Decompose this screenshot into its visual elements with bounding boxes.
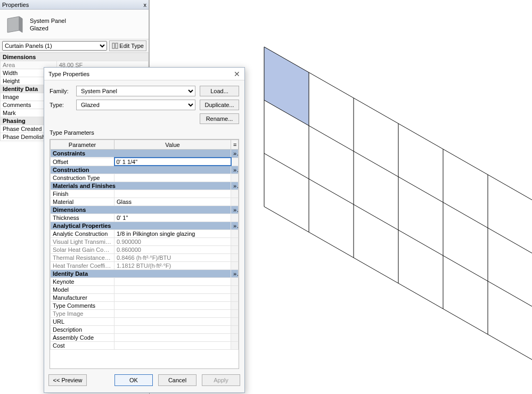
param-keynote: Keynote [51, 278, 114, 286]
properties-titlebar[interactable]: Properties x [0, 0, 149, 10]
close-icon[interactable]: x [144, 2, 147, 8]
assoc-box[interactable] [231, 262, 239, 270]
assoc-box[interactable] [231, 190, 239, 198]
value-thermal-resistance-r-: 0.8466 (h·ft²·°F)/BTU [114, 254, 231, 262]
assoc-box[interactable] [231, 286, 239, 294]
svg-marker-1 [19, 17, 22, 32]
svg-marker-0 [7, 17, 19, 32]
param-finish: Finish [51, 190, 114, 198]
value-solar-heat-gain-coefficient: 0.860000 [114, 246, 231, 254]
load-button[interactable]: Load... [200, 86, 239, 96]
value-assembly-code[interactable] [114, 334, 231, 342]
family-label: Family: [50, 88, 72, 94]
value-description[interactable] [114, 326, 231, 334]
edit-type-icon [112, 43, 118, 49]
type-parameters-grid[interactable]: Parameter Value = Constraints»Offset0' 1… [50, 139, 239, 369]
assoc-box[interactable] [231, 334, 239, 342]
assoc-box[interactable] [231, 230, 239, 238]
thumb-title: System Panel [30, 18, 66, 24]
instance-selector[interactable]: Curtain Panels (1) [2, 41, 107, 51]
group-construction[interactable]: Construction [51, 166, 231, 174]
value-keynote[interactable] [114, 278, 231, 286]
group-analytical-properties[interactable]: Analytical Properties [51, 222, 231, 230]
col-equals[interactable]: = [231, 140, 239, 150]
param-assembly-code: Assembly Code [51, 334, 114, 342]
param-thermal-resistance-r-: Thermal Resistance (R) [51, 254, 114, 262]
type-properties-dialog: Type Properties ✕ Family: System Panel L… [44, 67, 245, 393]
selected-panel[interactable] [264, 47, 309, 126]
value-type-comments[interactable] [114, 302, 231, 310]
dialog-title: Type Properties [48, 71, 89, 77]
assoc-box[interactable] [231, 294, 239, 302]
apply-button[interactable]: Apply [202, 374, 240, 386]
param-description: Description [51, 326, 114, 334]
type-parameters-label: Type Parameters [50, 129, 239, 136]
type-select[interactable]: Glazed [76, 100, 195, 110]
cancel-button[interactable]: Cancel [158, 374, 197, 386]
dialog-titlebar[interactable]: Type Properties ✕ [44, 68, 244, 80]
group-dimensions[interactable]: Dimensions [51, 206, 231, 214]
expand-icon[interactable]: » [231, 270, 239, 278]
assoc-box[interactable] [231, 302, 239, 310]
expand-icon[interactable]: » [231, 222, 239, 230]
value-url[interactable] [114, 318, 231, 326]
param-manufacturer: Manufacturer [51, 294, 114, 302]
panel-thumb-icon [4, 14, 24, 35]
preview-button[interactable]: << Preview [48, 374, 87, 386]
properties-type-selector[interactable]: System Panel Glazed [0, 10, 149, 39]
close-icon[interactable]: ✕ [234, 70, 240, 78]
assoc-box[interactable] [231, 278, 239, 286]
expand-icon[interactable]: » [231, 150, 239, 158]
value-thickness[interactable]: 0' 1" [114, 214, 231, 222]
assoc-box[interactable] [231, 246, 239, 254]
svg-rect-3 [116, 43, 118, 48]
col-parameter[interactable]: Parameter [51, 140, 114, 150]
param-solar-heat-gain-coefficient: Solar Heat Gain Coefficient [51, 246, 114, 254]
param-visual-light-transmittance: Visual Light Transmittance [51, 238, 114, 246]
type-label: Type: [50, 102, 72, 108]
assoc-box[interactable] [231, 310, 239, 318]
assoc-box[interactable] [231, 214, 239, 222]
assoc-box[interactable] [231, 198, 239, 206]
value-manufacturer[interactable] [114, 294, 231, 302]
group-materials-and-finishes[interactable]: Materials and Finishes [51, 182, 231, 190]
assoc-box[interactable] [231, 238, 239, 246]
param-type-image: Type Image [51, 310, 114, 318]
param-offset: Offset [51, 158, 114, 166]
duplicate-button[interactable]: Duplicate... [200, 100, 239, 110]
family-select[interactable]: System Panel [76, 86, 195, 96]
param-analytic-construction: Analytic Construction [51, 230, 114, 238]
col-value[interactable]: Value [114, 140, 231, 150]
assoc-box[interactable] [231, 326, 239, 334]
assoc-box[interactable] [231, 342, 239, 350]
value-visual-light-transmittance: 0.900000 [114, 238, 231, 246]
value-finish[interactable] [114, 190, 231, 198]
value-model[interactable] [114, 286, 231, 294]
assoc-box[interactable] [231, 318, 239, 326]
edit-type-button[interactable]: Edit Type [109, 40, 146, 51]
assoc-box[interactable] [231, 254, 239, 262]
value-offset[interactable]: 0' 1 1/4" [114, 158, 231, 166]
group-identity-data[interactable]: Identity Data [51, 270, 231, 278]
group-dimensions[interactable]: Dimensions [1, 53, 149, 61]
assoc-box[interactable] [231, 174, 239, 182]
thumb-type: Glazed [30, 25, 66, 31]
expand-icon[interactable]: » [231, 182, 239, 190]
value-analytic-construction[interactable]: 1/8 in Pilkington single glazing [114, 230, 231, 238]
param-construction-type: Construction Type [51, 174, 114, 182]
value-cost[interactable] [114, 342, 231, 350]
svg-rect-2 [112, 43, 114, 48]
value-material[interactable]: Glass [114, 198, 231, 206]
value-construction-type[interactable] [114, 174, 231, 182]
ok-button[interactable]: OK [114, 374, 153, 386]
param-type-comments: Type Comments [51, 302, 114, 310]
group-constraints[interactable]: Constraints [51, 150, 231, 158]
param-model: Model [51, 286, 114, 294]
param-cost: Cost [51, 342, 114, 350]
expand-icon[interactable]: » [231, 166, 239, 174]
expand-icon[interactable]: » [231, 206, 239, 214]
assoc-box[interactable] [231, 158, 239, 166]
param-url: URL [51, 318, 114, 326]
value-heat-transfer-coefficient-u-: 1.1812 BTU/(h·ft²·°F) [114, 262, 231, 270]
rename-button[interactable]: Rename... [200, 113, 239, 124]
